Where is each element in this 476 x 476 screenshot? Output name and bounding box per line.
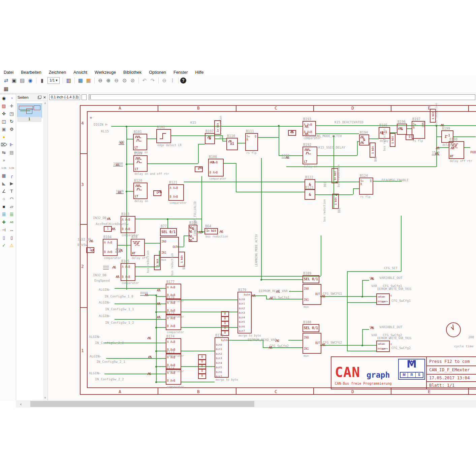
component-icon[interactable]: ⊩ — [8, 141, 15, 149]
layers-icon[interactable]: ▨ — [0, 102, 8, 110]
page-thumbnail[interactable] — [17, 103, 42, 118]
block-bv[interactable]: 1 bit — [390, 133, 395, 147]
zoom-page-icon[interactable]: ⊘ — [129, 77, 136, 84]
block-bv[interactable]: 1 bit — [370, 142, 376, 158]
scroll-up-icon[interactable]: ∧ — [43, 101, 47, 105]
rotate-icon[interactable]: ↻ — [8, 118, 15, 125]
block-B123[interactable]: B123& — [305, 189, 315, 200]
menu-item-ansicht[interactable]: Ansicht — [70, 69, 91, 75]
block-B77-sel[interactable]: SEL 0/1B77 — [160, 228, 177, 236]
print-icon[interactable]: ▤ — [19, 77, 26, 84]
scale-up-icon[interactable]: 1.0k — [8, 164, 15, 172]
block-B64[interactable]: B64bus reduction1+ bit — [204, 228, 218, 234]
menu-item-datei[interactable]: Datei — [0, 69, 17, 75]
close-panel-icon[interactable]: ✕ — [43, 95, 46, 100]
probe-icon[interactable]: ⊣ — [0, 226, 8, 234]
bus-output-icon[interactable]: ☰ — [8, 211, 15, 218]
zoom-in-icon[interactable]: ⊕ — [105, 77, 112, 84]
screenshot-icon[interactable]: ◉ — [27, 77, 34, 84]
dimension-icon[interactable]: ↔ — [8, 226, 15, 234]
mirror-icon[interactable]: ◫ — [0, 118, 8, 125]
block-B109[interactable]: B109delay on and off rtrLT — [133, 155, 148, 172]
rect-icon[interactable]: ■ — [0, 203, 8, 211]
menu-item-fenster[interactable]: Fenster — [170, 69, 191, 75]
block-B124[interactable]: B124rs flpS+RQ — [359, 178, 373, 195]
block-B101[interactable]: B101delay onLT — [133, 134, 147, 150]
block-B192[interactable]: B192delay onLT — [303, 147, 317, 164]
io-purple-icon[interactable]: ▯ — [0, 234, 8, 242]
text-icon[interactable]: T — [8, 187, 15, 195]
menu-item-hilfe[interactable]: Hilfe — [191, 69, 207, 75]
table-orange-icon[interactable]: ▦ — [85, 77, 92, 84]
block-B78[interactable]: B78delay offHT — [131, 239, 145, 256]
horizontal-scrollbar[interactable]: ‹ — [16, 400, 476, 408]
highlight-icon[interactable]: ● — [0, 133, 8, 141]
menu-item-bibliothek[interactable]: Bibliothek — [120, 69, 145, 75]
block-B196[interactable]: B196& — [397, 124, 407, 135]
view-icon[interactable]: ◔ — [8, 94, 15, 102]
warning-icon[interactable]: ⚠ — [8, 242, 15, 249]
constant-0[interactable]: 0 — [198, 373, 206, 379]
block-B179[interactable]: B179merge to bytebytebit0bit1bit2bit3bit… — [237, 292, 252, 334]
page-select-dropdown[interactable]: 1/1 ▾ — [47, 77, 60, 84]
menu-item-optionen[interactable]: Optionen — [145, 69, 170, 75]
table-blue-icon[interactable]: ▦ — [77, 77, 84, 84]
menu-item-zeichnen[interactable]: Zeichnen — [45, 69, 70, 75]
page-thumbnail-label[interactable]: 1 — [17, 117, 41, 122]
block-B198[interactable]: B198delay off rtrHT — [449, 141, 464, 159]
save-icon[interactable]: ▣ — [10, 77, 18, 84]
play-icon[interactable]: ▶ — [8, 180, 15, 187]
sheet-icon[interactable]: ◳ — [8, 110, 15, 118]
block-B189-sel[interactable]: SEL 0/1B189 — [303, 275, 319, 283]
bus-input-icon[interactable]: ☰ — [0, 211, 8, 218]
zoom-out-icon[interactable]: ⊖ — [97, 77, 104, 84]
corner-icon[interactable]: ◣ — [0, 180, 8, 187]
block-B108[interactable]: B108comparatorA A=BB A>B — [208, 159, 224, 177]
command-input[interactable] — [89, 94, 475, 100]
block-B188-sel[interactable]: SEL 0/1B188 — [303, 324, 319, 332]
scroll-left-icon[interactable]: ‹ — [18, 400, 24, 408]
settings-icon[interactable]: ⚙ — [8, 125, 15, 133]
scrollbar-thumb[interactable] — [30, 401, 254, 407]
block-bv[interactable]: 1 bit — [154, 255, 161, 270]
scale-down-icon[interactable]: 1.0k — [0, 164, 8, 172]
ellipse-icon[interactable]: ○ — [0, 195, 8, 203]
forward-icon[interactable]: » — [0, 156, 8, 164]
import-icon[interactable]: ⇄ — [2, 77, 10, 84]
pin-icon[interactable]: ▮ — [38, 77, 46, 84]
pages-panel-scrollbar[interactable]: ∧ ∨ — [43, 101, 47, 400]
float-panel-icon[interactable] — [38, 96, 41, 99]
block-vt[interactable]: value▸trigger▸ — [376, 293, 390, 305]
constant-1[interactable]: 1 — [104, 226, 112, 232]
block-B172[interactable]: B172comparatorA A=BB A>B — [166, 369, 181, 385]
polygon-icon[interactable]: ▱ — [8, 203, 15, 211]
schematic-canvas[interactable]: CAN graph CAN-Bus freie Programmierung ◆… — [48, 100, 476, 400]
block-vt[interactable]: value▸trigger▸ — [376, 341, 390, 352]
resize-icon[interactable]: ⇆ — [0, 149, 8, 156]
constant-1[interactable]: 1 — [86, 247, 94, 253]
help-icon[interactable]: ? — [180, 77, 186, 84]
constant-0[interactable]: 0 — [195, 166, 203, 172]
remove-icon[interactable]: ⊖ — [161, 77, 168, 84]
zoom-point-icon[interactable]: ⊙ — [121, 77, 128, 84]
snap-icon[interactable]: ✛ — [8, 102, 15, 110]
block-B107[interactable]: B107& — [205, 133, 215, 144]
block-B105[interactable]: B105comparatorA A=BB A>B — [121, 263, 135, 281]
pan-icon[interactable]: ◉ — [0, 94, 8, 102]
junction-icon[interactable]: ✚ — [0, 218, 8, 226]
block-B110[interactable]: B110≥1 — [226, 138, 238, 150]
check-icon[interactable]: ✓ — [0, 242, 8, 249]
blocks-icon[interactable]: ▤ — [8, 149, 15, 156]
block-B120[interactable]: B120delay onLT — [133, 183, 148, 199]
move-icon[interactable]: ✜ — [0, 110, 8, 118]
arc-icon[interactable]: ◠ — [8, 195, 15, 203]
block-bv[interactable]: 1 bit — [332, 194, 339, 209]
library-icon[interactable]: ▥ — [65, 77, 72, 84]
menu-item-bearbeiten[interactable]: Bearbeiten — [17, 69, 45, 75]
more-icon[interactable]: ⁞ — [169, 77, 176, 84]
block-B121[interactable]: B121comparatorA A=BB A>B — [168, 184, 184, 201]
io-dark-icon[interactable]: ▯ — [8, 234, 15, 242]
block-B178[interactable]: B178merge to bytebytebit0bit1bit2bit3bit… — [215, 337, 229, 378]
block-B189-body[interactable]: IN0IN1OUTmux — [303, 284, 321, 305]
block-B102[interactable]: B102edge detect LR — [156, 129, 171, 143]
